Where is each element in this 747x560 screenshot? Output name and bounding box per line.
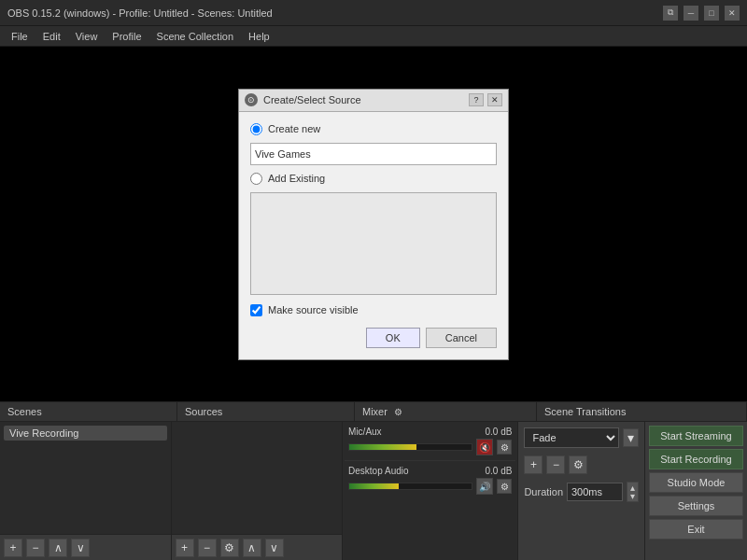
menu-scene-collection[interactable]: Scene Collection: [149, 29, 242, 44]
exit-btn[interactable]: Exit: [649, 519, 743, 539]
mixer-channel-mic-header: Mic/Aux 0.0 dB: [348, 427, 512, 437]
title-text: OBS 0.15.2 (windows) - Profile: Untitled…: [7, 7, 273, 19]
mixer-desktop-bar-fill: [349, 483, 399, 489]
mixer-desktop-label: Desktop Audio: [348, 466, 409, 476]
menu-bar: File Edit View Profile Scene Collection …: [0, 26, 747, 47]
start-streaming-btn[interactable]: Start Streaming: [649, 426, 743, 446]
sources-add-btn[interactable]: +: [176, 539, 194, 557]
mixer-divider: [345, 460, 515, 461]
create-select-source-dialog: ⊙ Create/Select Source ? ✕ Create new: [238, 89, 509, 360]
close-btn[interactable]: ✕: [725, 6, 740, 21]
mixer-mic-bar-row: 🔇 ⚙: [348, 439, 512, 455]
dialog-title-text: Create/Select Source: [263, 94, 361, 105]
sources-controls: + − ⚙ ∧ ∨: [172, 534, 343, 560]
mixer-section: Mic/Aux 0.0 dB 🔇 ⚙ Desktop A: [343, 422, 518, 560]
panel-content: Vive Recording + − ∧ ∨ + − ⚙ ∧ ∨: [0, 422, 747, 560]
sources-move-down-btn[interactable]: ∨: [265, 539, 284, 557]
mixer-mic-bar-fill: [349, 444, 416, 450]
add-existing-radio[interactable]: [250, 173, 262, 185]
mixer-mic-mute-btn[interactable]: 🔇: [476, 439, 493, 455]
duration-label: Duration: [524, 486, 563, 497]
scenes-remove-btn[interactable]: −: [26, 539, 45, 557]
dialog-help-btn[interactable]: ?: [469, 93, 484, 106]
scenes-add-btn[interactable]: +: [4, 539, 22, 557]
menu-help[interactable]: Help: [241, 29, 277, 44]
mixer-mic-bar-container: [348, 443, 472, 451]
menu-file[interactable]: File: [4, 29, 35, 44]
menu-edit[interactable]: Edit: [35, 29, 68, 44]
make-visible-label: Make source visible: [268, 304, 359, 315]
sources-gear-btn[interactable]: ⚙: [220, 539, 239, 557]
sources-panel-label: Sources: [177, 402, 355, 421]
sources-move-up-btn[interactable]: ∧: [243, 539, 261, 557]
right-buttons: Start Streaming Start Recording Studio M…: [644, 422, 747, 560]
mixer-mic-db: 0.0 dB: [486, 427, 513, 437]
mixer-panel-label: Mixer ⚙: [355, 402, 537, 421]
source-name-input[interactable]: [250, 143, 497, 165]
dialog-buttons: OK Cancel: [250, 328, 497, 348]
cancel-button[interactable]: Cancel: [426, 328, 497, 348]
scenes-list: Vive Recording: [0, 422, 171, 534]
dialog-overlay: ⊙ Create/Select Source ? ✕ Create new: [0, 47, 747, 401]
sources-section: + − ⚙ ∧ ∨: [172, 422, 344, 560]
scenes-move-down-btn[interactable]: ∨: [71, 539, 90, 557]
make-visible-checkbox[interactable]: [250, 304, 262, 316]
studio-mode-btn[interactable]: Studio Mode: [649, 472, 743, 493]
dialog-body: Create new Add Existing Make source visi…: [239, 112, 508, 359]
mixer-desktop-db: 0.0 dB: [486, 466, 513, 476]
transition-select[interactable]: Fade: [524, 427, 619, 448]
scene-item[interactable]: Vive Recording: [4, 426, 167, 441]
scenes-section: Vive Recording + − ∧ ∨: [0, 422, 172, 560]
ok-button[interactable]: OK: [366, 328, 420, 348]
mixer-desktop-settings-btn[interactable]: ⚙: [497, 479, 512, 494]
mixer-mic-settings-btn[interactable]: ⚙: [497, 440, 512, 455]
scenes-controls: + − ∧ ∨: [0, 534, 171, 560]
dialog-app-icon: ⊙: [245, 93, 258, 106]
add-existing-label: Add Existing: [268, 173, 325, 184]
panel-labels: Scenes Sources Mixer ⚙ Scene Transitions: [0, 401, 747, 422]
maximize-btn[interactable]: □: [704, 6, 719, 21]
title-controls: ⧉ ─ □ ✕: [663, 6, 740, 21]
mixer-channel-mic: Mic/Aux 0.0 dB 🔇 ⚙: [345, 424, 515, 458]
dialog-titlebar: ⊙ Create/Select Source ? ✕: [239, 90, 508, 112]
transition-dropdown-btn[interactable]: ▾: [623, 428, 639, 447]
mixer-channel-desktop-header: Desktop Audio 0.0 dB: [348, 466, 512, 476]
mixer-mic-label: Mic/Aux: [348, 427, 382, 437]
minimize-btn[interactable]: ─: [684, 6, 698, 21]
settings-btn[interactable]: Settings: [649, 496, 743, 516]
mixer-list: Mic/Aux 0.0 dB 🔇 ⚙ Desktop A: [343, 422, 517, 560]
dialog-title-left: ⊙ Create/Select Source: [245, 93, 361, 106]
menu-view[interactable]: View: [68, 29, 106, 44]
bottom-panel: Scenes Sources Mixer ⚙ Scene Transitions…: [0, 401, 747, 560]
title-bar: OBS 0.15.2 (windows) - Profile: Untitled…: [0, 0, 747, 26]
main-canvas: ⊙ Create/Select Source ? ✕ Create new: [0, 47, 747, 401]
transition-add-btn[interactable]: +: [524, 455, 543, 474]
transitions-and-buttons: Fade ▾ + − ⚙ Duration ▴▾: [518, 422, 747, 560]
create-new-radio[interactable]: [250, 123, 262, 135]
transition-controls: + − ⚙: [524, 455, 639, 474]
mixer-desktop-bar-row: 🔊 ⚙: [348, 478, 512, 495]
transition-remove-btn[interactable]: −: [546, 455, 565, 474]
add-existing-row: Add Existing: [250, 173, 497, 185]
mixer-desktop-mute-btn[interactable]: 🔊: [476, 478, 493, 495]
sources-remove-btn[interactable]: −: [198, 539, 217, 557]
create-new-label: Create new: [268, 123, 320, 134]
menu-profile[interactable]: Profile: [105, 29, 148, 44]
scenes-panel-label: Scenes: [0, 402, 177, 421]
dialog-close-btn[interactable]: ✕: [487, 93, 502, 106]
mixer-channel-desktop: Desktop Audio 0.0 dB 🔊 ⚙: [345, 463, 515, 497]
duration-input[interactable]: [567, 483, 623, 501]
mixer-gear-icon[interactable]: ⚙: [393, 406, 404, 417]
create-new-row: Create new: [250, 123, 497, 135]
scenes-move-up-btn[interactable]: ∧: [49, 539, 67, 557]
duration-spinners[interactable]: ▴▾: [627, 482, 639, 502]
transition-select-row: Fade ▾: [524, 427, 639, 448]
mixer-desktop-bar-container: [348, 483, 472, 490]
transition-gear-btn[interactable]: ⚙: [569, 455, 587, 474]
duration-row: Duration ▴▾: [524, 482, 639, 502]
start-recording-btn[interactable]: Start Recording: [649, 449, 743, 469]
existing-sources-list[interactable]: [250, 192, 497, 295]
transitions-inner: Fade ▾ + − ⚙ Duration ▴▾: [518, 422, 644, 560]
restore-icon-btn[interactable]: ⧉: [663, 6, 678, 21]
sources-list: [172, 422, 343, 534]
